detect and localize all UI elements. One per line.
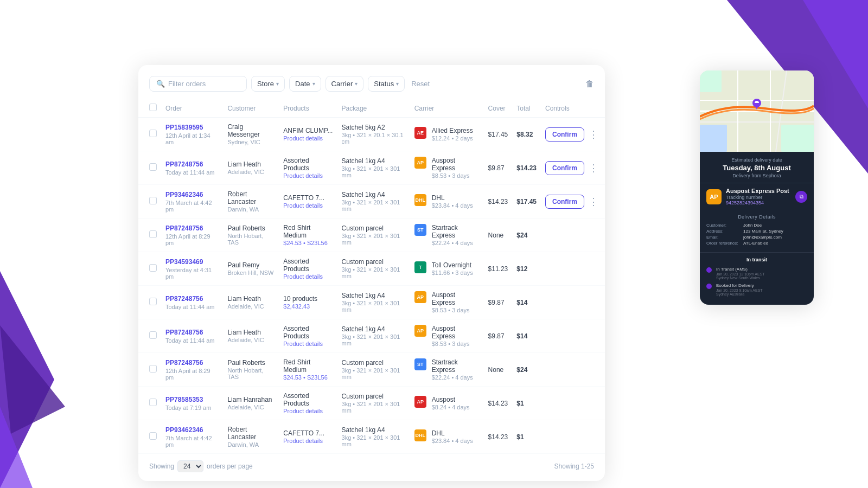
package-cell: Custom parcel 3kg • 321 × 201 × 301 mm [337, 353, 410, 387]
carrier-cell: ST Startrack Express $22.24 • 4 days [410, 353, 484, 387]
customer-cell: Liam Heath Adelaide, VIC [223, 151, 279, 185]
order-link[interactable]: PP15839595 [165, 124, 219, 131]
customer-addr: Adelaide, VIC [227, 337, 275, 343]
row-checkbox[interactable] [149, 399, 157, 406]
carrier-logo: T [414, 261, 426, 273]
reset-button[interactable]: Reset [411, 80, 430, 88]
customer-addr: North Hobart, TAS [227, 367, 275, 380]
order-link[interactable]: PP93462346 [165, 426, 219, 434]
row-checkbox[interactable] [149, 264, 157, 272]
total-cell: $24 [512, 219, 541, 252]
store-filter[interactable]: Store ▾ [251, 76, 285, 92]
search-box[interactable]: 🔍 Filter orders [149, 76, 247, 92]
carrier-cell: AP Auspost $8.24 • 4 days [410, 387, 484, 420]
customer-addr: Darwin, WA [227, 206, 275, 213]
order-link[interactable]: PP87248756 [165, 359, 219, 367]
package-dim: 3kg • 321 × 201 × 301 mm [342, 266, 406, 279]
phone-delivery-header: Estimated delivery date Tuesday, 8th Aug… [700, 152, 814, 183]
svg-rect-17 [700, 125, 727, 152]
carrier-price: $8.53 • 3 days [432, 307, 480, 313]
filter-bar: 🔍 Filter orders Store ▾ Date ▾ Carrier ▾… [138, 76, 605, 100]
confirm-button[interactable]: Confirm [545, 161, 584, 175]
order-cell: PP15839595 12th April at 1:34 am [161, 118, 223, 151]
customer-header: Customer [223, 100, 279, 118]
carrier-cell: DHL DHL $23.84 • 4 days [410, 185, 484, 219]
detail-key-ref: Order reference: [706, 241, 739, 246]
product-name: Assorted Products [283, 325, 333, 340]
carrier-price: $8.53 • 3 days [432, 341, 480, 347]
detail-key-email: Email: [706, 235, 739, 240]
date-filter[interactable]: Date ▾ [289, 76, 321, 92]
row-checkbox[interactable] [149, 230, 157, 238]
controls-cell [541, 387, 605, 420]
select-all-checkbox[interactable] [149, 104, 157, 111]
cover-value: $9.87 [488, 164, 505, 172]
customer-name: Liam Heath [227, 295, 275, 303]
pagination-bar: Showing 24 48 96 orders per page Showing… [138, 454, 605, 472]
orders-card: 🔍 Filter orders Store ▾ Date ▾ Carrier ▾… [138, 65, 605, 481]
order-cell: PP87248756 Today at 11:44 am [161, 319, 223, 353]
package-name: Custom parcel [342, 224, 406, 232]
row-checkbox[interactable] [149, 298, 157, 305]
order-link[interactable]: PP87248756 [165, 160, 219, 168]
carrier-price: $23.84 • 4 days [432, 438, 473, 444]
cover-value: None [488, 366, 504, 374]
customer-addr: Darwin, WA [227, 441, 275, 448]
package-dim: 3kg • 321 × 201 × 301 mm [342, 367, 406, 380]
orders-table: Order Customer Products Package Carrier … [138, 100, 605, 454]
order-link[interactable]: PP87248756 [165, 329, 219, 336]
package-cell: Custom parcel 3kg • 321 × 201 × 301 mm [337, 219, 410, 252]
row-checkbox[interactable] [149, 331, 157, 339]
controls-cell [541, 353, 605, 387]
delivery-details-label: Delivery Details [706, 214, 807, 220]
order-link[interactable]: PP87248756 [165, 295, 219, 303]
per-page-select[interactable]: 24 48 96 [177, 460, 203, 472]
package-name: Satchel 1kg A4 [342, 426, 406, 434]
carrier-name: Auspost Express [432, 157, 480, 172]
more-options-button[interactable]: ⋮ [586, 162, 601, 174]
row-checkbox-cell [138, 185, 161, 219]
detail-val-ref: ATL-Enabled [743, 241, 768, 246]
detail-address: Address: 123 Main St, Sydney [706, 229, 807, 234]
detail-order-ref: Order reference: ATL-Enabled [706, 241, 807, 246]
package-dim: 3kg • 321 × 20.1 × 30.1 cm [342, 132, 406, 145]
row-checkbox[interactable] [149, 130, 157, 137]
order-link[interactable]: PP87248756 [165, 224, 219, 232]
copy-button[interactable]: ⧉ [795, 191, 807, 203]
row-checkbox[interactable] [149, 163, 157, 171]
status-filter[interactable]: Status ▾ [368, 76, 405, 92]
total-value: $1 [516, 400, 524, 407]
carrier-logo: AP [414, 157, 426, 169]
order-cell: PP34593469 Yesterday at 4:31 pm [161, 252, 223, 286]
total-cell: $1 [512, 420, 541, 454]
order-date: Today at 11:44 am [165, 169, 219, 176]
row-checkbox[interactable] [149, 432, 157, 440]
products-cell: CAFETTO 7... Product details [279, 420, 337, 454]
customer-name: Craig Messenger [227, 123, 275, 138]
order-link[interactable]: PP93462346 [165, 191, 219, 198]
customer-name: Paul Roberts [227, 359, 275, 367]
order-link[interactable]: PP34593469 [165, 258, 219, 266]
main-wrapper: 🔍 Filter orders Store ▾ Date ▾ Carrier ▾… [138, 65, 868, 445]
product-name: Assorted Products [283, 258, 333, 273]
confirm-button[interactable]: Confirm [545, 195, 584, 209]
row-checkbox-cell [138, 319, 161, 353]
tracking-status-1: In Transit (AMS) [716, 267, 765, 272]
table-row: PP34593469 Yesterday at 4:31 pm Paul Rem… [138, 252, 605, 286]
more-options-button[interactable]: ⋮ [586, 196, 601, 208]
total-cell: $8.32 [512, 118, 541, 151]
carrier-filter[interactable]: Carrier ▾ [326, 76, 364, 92]
total-value: $14 [516, 299, 527, 306]
carrier-cell: AE Allied Express $12.24 • 2 days [410, 118, 484, 151]
order-link[interactable]: PP78585353 [165, 396, 219, 403]
svg-rect-13 [781, 125, 814, 152]
more-options-button[interactable]: ⋮ [586, 129, 601, 140]
trash-icon-button[interactable]: 🗑 [585, 79, 594, 89]
row-checkbox[interactable] [149, 365, 157, 373]
controls-cell: Confirm ⋮ [541, 118, 605, 151]
tracking-detail-1: Jan 20, 2023 12:10pm AESTSydney New Sout… [716, 272, 765, 280]
products-cell: Assorted Products Product details [279, 319, 337, 353]
cover-cell: $9.87 [484, 286, 513, 319]
row-checkbox[interactable] [149, 197, 157, 204]
confirm-button[interactable]: Confirm [545, 127, 584, 142]
